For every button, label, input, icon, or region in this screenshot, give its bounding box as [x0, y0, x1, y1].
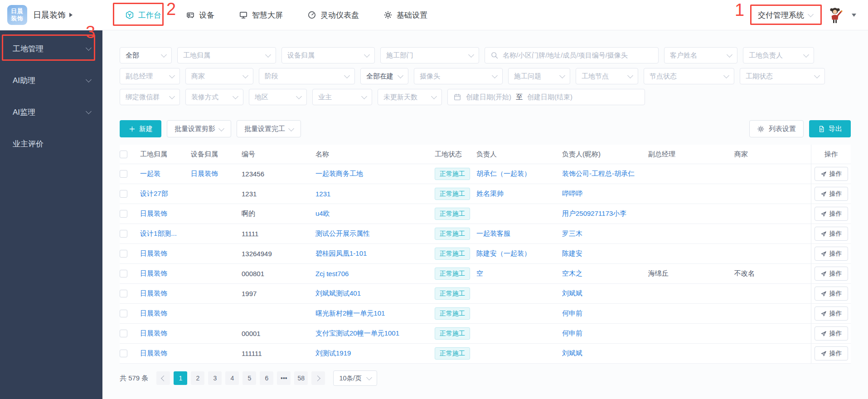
row-checkbox[interactable]: [120, 270, 127, 277]
row-action-button[interactable]: 操作: [815, 167, 848, 181]
cell-manager-nick-value[interactable]: 刘斌斌: [562, 289, 582, 297]
cell-name-value[interactable]: Zcj test706: [315, 270, 349, 277]
filter-select-row2-9[interactable]: 工期状态: [740, 68, 825, 84]
row-checkbox[interactable]: [120, 170, 127, 178]
prev-page-button[interactable]: [156, 371, 170, 385]
cell-manager-value[interactable]: 陈建安（一起装）: [476, 249, 531, 257]
cell-manager-nick-value[interactable]: 装饰公司-工程总-胡承仁: [562, 170, 635, 177]
cell-manager-nick-value[interactable]: 陈建安: [562, 249, 582, 257]
filter-select-row2-5[interactable]: 摄像头: [414, 68, 503, 84]
page-button-1[interactable]: 1: [174, 371, 187, 385]
nav-item-dashboard[interactable]: 灵动仪表盘: [307, 10, 359, 20]
cell-name-value[interactable]: 测试公开展示属性: [315, 229, 370, 237]
cell-manager-nick-value[interactable]: 刘斌斌: [562, 349, 582, 357]
avatar-caret-icon[interactable]: [852, 14, 856, 17]
filter-select-row3-5[interactable]: 未更新天数: [378, 89, 442, 105]
cell-manager-value[interactable]: 胡承仁（一起装）: [476, 170, 531, 177]
filter-select-row1-3[interactable]: 设备归属: [281, 47, 375, 63]
page-button-5[interactable]: 5: [242, 371, 256, 385]
filter-select-row2-2[interactable]: 商家: [185, 68, 253, 84]
last-page-button[interactable]: 58: [294, 371, 308, 385]
company-caret-icon[interactable]: [69, 13, 73, 17]
row-checkbox[interactable]: [120, 310, 127, 317]
page-button-2[interactable]: 2: [191, 371, 204, 385]
page-button-3[interactable]: 3: [208, 371, 222, 385]
cell-name-value[interactable]: 一起装商务工地: [315, 170, 363, 177]
cell-manager-nick-value[interactable]: 何申前: [562, 329, 582, 337]
user-avatar[interactable]: [825, 5, 845, 25]
row-action-button[interactable]: 操作: [815, 267, 848, 281]
filter-select-row2-3[interactable]: 阶段: [259, 68, 355, 84]
filter-select-row3-4[interactable]: 业主: [312, 89, 372, 105]
sidebar-item-2[interactable]: AI助理: [0, 68, 102, 93]
cell-worksite-owner-value[interactable]: 日晨装饰: [140, 329, 167, 337]
select-all-checkbox[interactable]: [120, 151, 127, 158]
cell-manager-nick-value[interactable]: 用户2509271173小李: [562, 209, 626, 217]
row-checkbox[interactable]: [120, 290, 127, 297]
filter-select-row2-4[interactable]: 全部在建: [360, 68, 408, 84]
cell-manager-nick-value[interactable]: 哔哔哔: [562, 190, 582, 197]
cell-worksite-owner-value[interactable]: 日晨装饰: [140, 309, 167, 317]
batch-complete-button[interactable]: 批量设置完工: [237, 120, 301, 137]
row-checkbox[interactable]: [120, 230, 127, 238]
filter-select-row3-1[interactable]: 绑定微信群: [120, 89, 180, 105]
cell-manager-nick-value[interactable]: 空木之: [562, 269, 582, 277]
cell-manager-value[interactable]: 一起装客服: [476, 229, 510, 237]
list-settings-button[interactable]: 列表设置: [749, 120, 804, 137]
next-page-button[interactable]: [311, 371, 325, 385]
cell-name-value[interactable]: 支付宝测试20幢一单元1001: [315, 329, 399, 337]
cell-worksite-owner-value[interactable]: 设计1部测...: [140, 229, 177, 237]
row-checkbox[interactable]: [120, 210, 127, 218]
nav-item-settings[interactable]: 基础设置: [383, 10, 427, 20]
sidebar-item-4[interactable]: 业主评价: [0, 131, 102, 156]
row-action-button[interactable]: 操作: [815, 187, 848, 201]
filter-select-row2-8[interactable]: 节点状态: [644, 68, 734, 84]
filter-select-row1-1[interactable]: 全部: [120, 47, 172, 63]
nav-item-big-screen[interactable]: 智慧大屏: [239, 10, 283, 20]
page-button-6[interactable]: 6: [260, 371, 273, 385]
cell-manager-nick-value[interactable]: 何申前: [562, 309, 582, 317]
row-action-button[interactable]: 操作: [815, 247, 848, 261]
cell-worksite-owner-value[interactable]: 日晨装饰: [140, 269, 167, 277]
cell-manager-nick-value[interactable]: 罗三木: [562, 229, 582, 237]
filter-select-row2-1[interactable]: 副总经理: [120, 68, 180, 84]
cell-worksite-owner-value[interactable]: 设计27部: [140, 190, 168, 197]
page-button-4[interactable]: 4: [225, 371, 239, 385]
row-checkbox[interactable]: [120, 190, 127, 198]
sidebar-item-1[interactable]: 工地管理: [0, 36, 102, 61]
export-button[interactable]: 导出: [809, 120, 851, 137]
filter-select-row3-2[interactable]: 装修方式: [185, 89, 243, 105]
page-size-select[interactable]: 10条/页: [333, 370, 377, 386]
row-checkbox[interactable]: [120, 330, 127, 337]
filter-select-row1-4[interactable]: 施工部门: [380, 47, 479, 63]
cell-worksite-owner-value[interactable]: 日晨装饰: [140, 289, 167, 297]
row-action-button[interactable]: 操作: [815, 326, 848, 341]
filter-select-row2-7[interactable]: 工地节点: [576, 68, 638, 84]
filter-select-row1-7[interactable]: 工地负责人: [743, 47, 814, 63]
cell-worksite-owner-value[interactable]: 日晨装饰: [140, 249, 167, 257]
filter-select-row1-2[interactable]: 工地归属: [177, 47, 276, 63]
search-input[interactable]: 名称/小区门牌/地址/成员/项目编号/摄像头: [485, 47, 659, 63]
cell-name-value[interactable]: 刘测试1919: [315, 349, 351, 357]
nav-item-workbench[interactable]: 工作台: [125, 10, 161, 20]
batch-silhouette-button[interactable]: 批量设置剪影: [167, 120, 231, 137]
cell-manager-value[interactable]: 姓名渠帅: [476, 190, 504, 197]
cell-name-value[interactable]: u4欧: [315, 209, 330, 217]
row-checkbox[interactable]: [120, 350, 127, 357]
system-switcher[interactable]: 交付管理系统: [752, 6, 818, 24]
nav-item-devices[interactable]: 设备: [186, 10, 214, 20]
cell-worksite-owner-value[interactable]: 日晨装饰: [140, 349, 167, 357]
sidebar-item-3[interactable]: AI监理: [0, 99, 102, 125]
cell-worksite-owner-value[interactable]: 日晨装饰: [140, 209, 167, 217]
more-pages-button[interactable]: •••: [277, 371, 291, 385]
row-action-button[interactable]: 操作: [815, 287, 848, 301]
row-action-button[interactable]: 操作: [815, 207, 848, 221]
cell-name-value[interactable]: 碧桂园凤凰1-101: [315, 249, 367, 257]
cell-name-value[interactable]: 曙光新村2幢一单元101: [315, 309, 385, 317]
filter-select-row2-6[interactable]: 施工问题: [508, 68, 570, 84]
filter-select-row1-6[interactable]: 客户姓名: [664, 47, 737, 63]
create-button[interactable]: 新建: [120, 120, 161, 137]
row-action-button[interactable]: 操作: [815, 307, 848, 321]
cell-worksite-owner-value[interactable]: 一起装: [140, 170, 160, 177]
cell-manager-value[interactable]: 空: [476, 269, 483, 277]
